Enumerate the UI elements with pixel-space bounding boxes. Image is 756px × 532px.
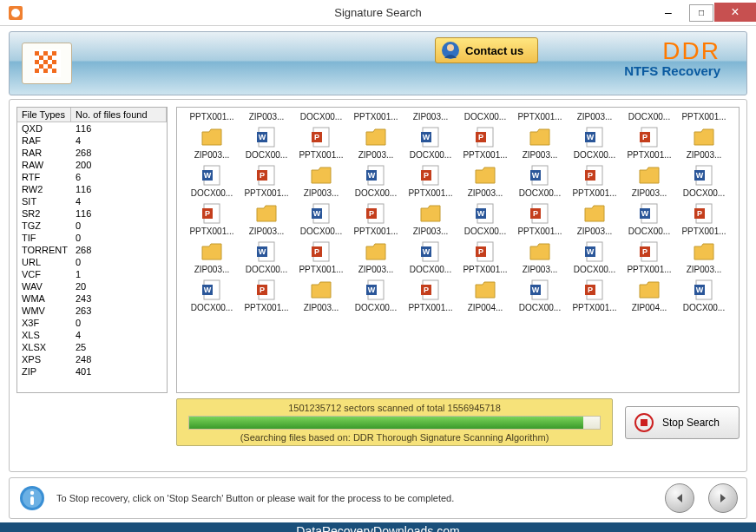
file-item[interactable]: WDOCX00... [569,240,621,274]
close-button[interactable]: × [714,3,756,22]
file-item[interactable]: WDOCX00... [404,240,457,274]
window-title: Signature Search [334,6,421,19]
table-row[interactable]: XPS248 [17,353,167,365]
file-item[interactable]: WDOCX00... [186,163,238,198]
next-button[interactable] [708,483,738,513]
table-row[interactable]: X3F0 [17,317,167,329]
file-item[interactable]: WDOCX00... [350,278,402,312]
svg-text:P: P [478,133,483,141]
table-row[interactable]: WMV263 [17,305,167,317]
table-row[interactable]: URL0 [17,256,167,268]
file-item[interactable]: PPPTX001... [350,201,402,236]
file-item[interactable]: ZIP003... [295,163,347,198]
file-item[interactable]: PPPTX001... [404,163,457,198]
col-file-types[interactable]: File Types [17,108,71,122]
table-row[interactable]: XLS4 [17,329,167,341]
table-row[interactable]: TGZ0 [17,220,167,232]
table-row[interactable]: TIF0 [17,232,167,244]
file-item[interactable]: ZIP004... [459,278,511,312]
contact-us-button[interactable]: Contact us [435,37,538,63]
table-row[interactable]: WMA243 [17,292,167,305]
file-item[interactable]: ZIP003... [514,240,566,274]
stop-search-button[interactable]: Stop Search [625,406,740,439]
file-item[interactable]: WDOCX00... [514,163,566,198]
file-item[interactable]: PPPTX001... [240,163,293,198]
file-item[interactable]: PPTX001... [186,108,238,122]
file-item[interactable]: ZIP003... [295,278,347,312]
file-item[interactable]: ZIP003... [240,108,293,122]
zip-icon [528,240,552,264]
file-item[interactable]: WDOCX00... [404,125,457,160]
file-item[interactable]: ZIP003... [186,125,238,160]
table-row[interactable]: WAV20 [17,280,167,292]
table-row[interactable]: ZIP401 [17,365,167,378]
table-row[interactable]: RAW200 [17,159,167,171]
file-item[interactable]: WDOCX00... [295,201,347,236]
file-item[interactable]: PPPTX001... [569,278,621,312]
table-row[interactable]: SR2116 [17,207,167,220]
file-item[interactable]: WDOCX00... [569,125,621,160]
file-item[interactable]: ZIP003... [350,125,402,160]
file-item[interactable]: ZIP003... [186,240,238,274]
table-row[interactable]: TORRENT268 [17,244,167,256]
prev-button[interactable] [665,483,694,513]
file-item[interactable]: WDOCX00... [240,240,293,274]
file-item[interactable]: PPPTX001... [569,163,621,198]
file-label: DOCX00... [623,112,675,122]
file-item[interactable]: PPPTX001... [295,125,347,160]
file-item[interactable]: ZIP003... [678,125,730,160]
file-item[interactable]: DOCX00... [459,108,511,122]
file-item[interactable]: ZIP003... [240,201,293,236]
file-item[interactable]: ZIP003... [678,240,730,274]
file-item[interactable]: PPPTX001... [623,240,675,274]
file-item[interactable]: PPPTX001... [404,278,457,312]
file-item[interactable]: WDOCX00... [459,201,511,236]
file-item[interactable]: ZIP003... [569,108,621,122]
file-item[interactable]: DOCX00... [295,108,347,122]
pptx-icon: P [473,125,497,149]
file-item[interactable]: ZIP003... [404,201,457,236]
table-row[interactable]: RAR268 [17,147,167,159]
website-link[interactable]: DataRecoveryDownloads.com [0,522,756,532]
file-item[interactable]: PPPTX001... [678,201,730,236]
col-files-found[interactable]: No. of files found [71,108,167,122]
file-item[interactable]: PPPTX001... [623,125,675,160]
table-row[interactable]: QXD116 [17,122,167,135]
file-item[interactable]: WDOCX00... [514,278,566,312]
file-types-table[interactable]: File Types No. of files found QXD116RAF4… [16,107,168,393]
file-grid[interactable]: PPTX001...ZIP003...DOCX00...PPTX001...ZI… [176,107,740,393]
file-item[interactable]: PPTX001... [514,108,566,122]
table-row[interactable]: RTF6 [17,171,167,183]
file-item[interactable]: PPPTX001... [459,240,511,274]
file-item[interactable]: PPPTX001... [186,201,238,236]
file-item[interactable]: WDOCX00... [623,201,675,236]
file-item[interactable]: ZIP003... [350,240,402,274]
file-item[interactable]: PPPTX001... [240,278,293,312]
svg-rect-9 [43,60,48,64]
table-row[interactable]: SIT4 [17,195,167,207]
file-item[interactable]: WDOCX00... [678,163,730,198]
file-item[interactable]: DOCX00... [623,108,675,122]
maximize-button[interactable]: □ [689,4,713,22]
table-row[interactable]: RAF4 [17,135,167,147]
file-item[interactable]: WDOCX00... [186,278,238,312]
file-item[interactable]: WDOCX00... [678,278,730,312]
file-item[interactable]: PPTX001... [678,108,730,122]
file-label: ZIP004... [623,303,675,312]
file-item[interactable]: ZIP003... [459,163,511,198]
table-row[interactable]: XLSX25 [17,341,167,353]
minimize-button[interactable]: – [648,3,688,22]
file-item[interactable]: ZIP003... [404,108,457,122]
file-item[interactable]: ZIP003... [569,201,621,236]
file-item[interactable]: ZIP003... [623,163,675,198]
file-item[interactable]: PPTX001... [350,108,402,122]
file-item[interactable]: PPPTX001... [295,240,347,274]
table-row[interactable]: RW2116 [17,183,167,195]
table-row[interactable]: VCF1 [17,268,167,280]
file-item[interactable]: ZIP004... [623,278,675,312]
file-item[interactable]: ZIP003... [514,125,566,160]
file-item[interactable]: PPPTX001... [514,201,566,236]
file-item[interactable]: WDOCX00... [350,163,402,198]
file-item[interactable]: PPPTX001... [459,125,511,160]
file-item[interactable]: WDOCX00... [240,125,293,160]
